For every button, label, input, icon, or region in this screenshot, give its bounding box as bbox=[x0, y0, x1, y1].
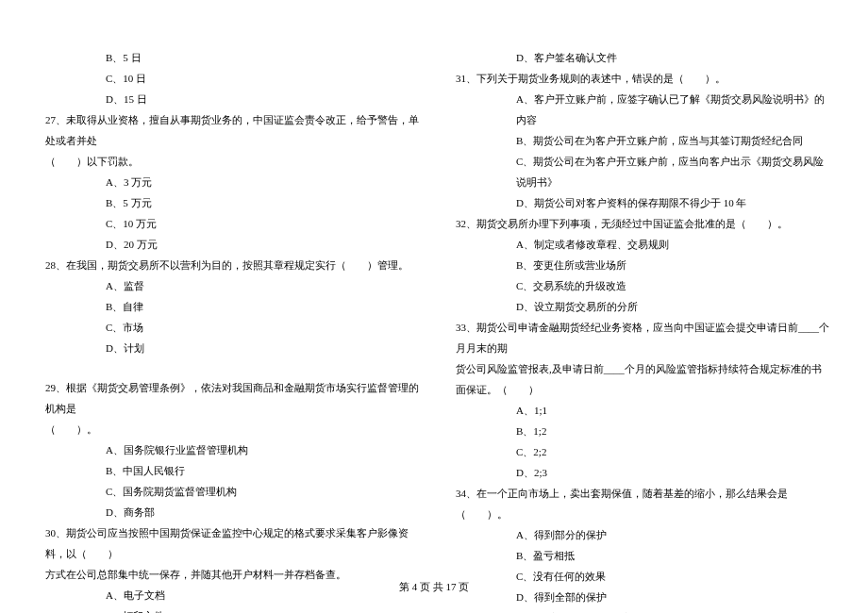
q34-option-a: A、得到部分的保护 bbox=[448, 524, 830, 545]
q28-option-b: B、自律 bbox=[38, 296, 420, 317]
q27-option-c: C、10 万元 bbox=[38, 213, 420, 234]
q31-option-c: C、期货公司在为客户开立账户前，应当向客户出示《期货交易风险说明书》 bbox=[448, 151, 830, 192]
right-column: D、客户签名确认文件 31、下列关于期货业务规则的表述中，错误的是（ ）。 A、… bbox=[448, 47, 830, 613]
question-29: 29、根据《期货交易管理条例》，依法对我国商品和金融期货市场实行监督管理的机构是 bbox=[38, 377, 420, 419]
q29-option-c: C、国务院期货监督管理机构 bbox=[38, 481, 420, 502]
question-30: 30、期货公司应当按照中国期货保证金监控中心规定的格式要求采集客户影像资料，以（… bbox=[38, 522, 420, 564]
q31-option-a: A、客户开立账户前，应签字确认已了解《期货交易风险说明书》的内容 bbox=[448, 89, 830, 130]
question-31: 31、下列关于期货业务规则的表述中，错误的是（ ）。 bbox=[448, 68, 830, 89]
q32-option-d: D、设立期货交易所的分所 bbox=[448, 296, 830, 317]
question-28: 28、在我国，期货交易所不以营利为目的，按照其章程规定实行（ ）管理。 bbox=[38, 255, 420, 275]
q29-option-d: D、商务部 bbox=[38, 502, 420, 522]
option-d: D、15 日 bbox=[38, 89, 420, 109]
option-b: B、5 日 bbox=[38, 47, 420, 68]
q28-option-d: D、计划 bbox=[38, 338, 420, 358]
q31-option-d: D、期货公司对客户资料的保存期限不得少于 10 年 bbox=[448, 192, 830, 213]
q28-option-c: C、市场 bbox=[38, 317, 420, 338]
q33-option-c: C、2;2 bbox=[448, 441, 830, 462]
option-c: C、10 日 bbox=[38, 68, 420, 89]
question-33-cont: 货公司风险监管报表,及申请日前____个月的风险监管指标持续符合规定标准的书面保… bbox=[448, 358, 830, 400]
q32-option-a: A、制定或者修改章程、交易规则 bbox=[448, 234, 830, 255]
q27-option-d: D、20 万元 bbox=[38, 234, 420, 255]
q31-option-b: B、期货公司在为客户开立账户前，应当与其签订期货经纪合同 bbox=[448, 130, 830, 151]
q32-option-b: B、变更住所或营业场所 bbox=[448, 255, 830, 275]
q29-option-a: A、国务院银行业监督管理机构 bbox=[38, 439, 420, 460]
page-footer: 第 4 页 共 17 页 bbox=[0, 580, 868, 594]
question-27-cont: （ ）以下罚款。 bbox=[38, 151, 420, 172]
q33-option-d: D、2;3 bbox=[448, 462, 830, 483]
page-container: B、5 日 C、10 日 D、15 日 27、未取得从业资格，擅自从事期货业务的… bbox=[0, 0, 868, 613]
q30-option-b: B、打印文件 bbox=[38, 605, 420, 613]
question-34: 34、在一个正向市场上，卖出套期保值，随着基差的缩小，那么结果会是（ ）。 bbox=[448, 483, 830, 524]
option-d-right: D、客户签名确认文件 bbox=[448, 47, 830, 68]
q28-option-a: A、监督 bbox=[38, 275, 420, 296]
q33-option-b: B、1;2 bbox=[448, 421, 830, 441]
q34-option-b: B、盈亏相抵 bbox=[448, 545, 830, 566]
question-35: 35、（ ）有权制定期货业协会的章程。 bbox=[448, 607, 830, 613]
q32-option-c: C、交易系统的升级改造 bbox=[448, 275, 830, 296]
question-27: 27、未取得从业资格，擅自从事期货业务的，中国证监会责令改正，给予警告，单处或者… bbox=[38, 109, 420, 151]
q27-option-b: B、5 万元 bbox=[38, 192, 420, 213]
question-29-cont: （ ）。 bbox=[38, 419, 420, 439]
question-33: 33、期货公司申请金融期货经纪业务资格，应当向中国证监会提交申请日前____个月… bbox=[448, 317, 830, 358]
q27-option-a: A、3 万元 bbox=[38, 172, 420, 192]
q29-option-b: B、中国人民银行 bbox=[38, 460, 420, 481]
q33-option-a: A、1;1 bbox=[448, 400, 830, 421]
left-column: B、5 日 C、10 日 D、15 日 27、未取得从业资格，擅自从事期货业务的… bbox=[38, 47, 420, 613]
question-32: 32、期货交易所办理下列事项，无须经过中国证监会批准的是（ ）。 bbox=[448, 213, 830, 234]
